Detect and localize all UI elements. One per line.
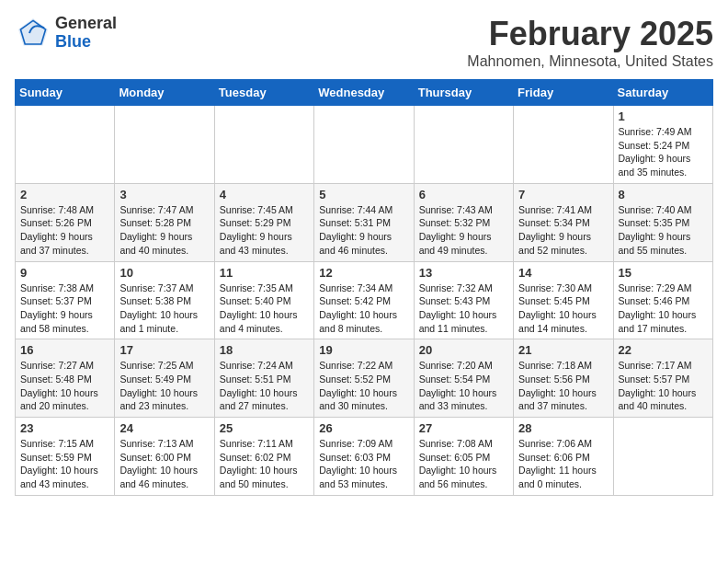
- calendar-cell-w5-d1: 23Sunrise: 7:15 AM Sunset: 5:59 PM Dayli…: [16, 418, 115, 496]
- calendar-cell-w2-d3: 4Sunrise: 7:45 AM Sunset: 5:29 PM Daylig…: [214, 183, 313, 261]
- day-info: Sunrise: 7:09 AM Sunset: 6:03 PM Dayligh…: [319, 437, 408, 491]
- calendar-cell-w5-d2: 24Sunrise: 7:13 AM Sunset: 6:00 PM Dayli…: [115, 418, 214, 496]
- day-number: 4: [220, 188, 309, 201]
- calendar-cell-w4-d4: 19Sunrise: 7:22 AM Sunset: 5:52 PM Dayli…: [314, 339, 414, 418]
- col-tuesday: Tuesday: [214, 80, 313, 106]
- calendar-cell-w2-d4: 5Sunrise: 7:44 AM Sunset: 5:31 PM Daylig…: [314, 183, 414, 261]
- month-title: February 2025: [467, 15, 713, 53]
- day-number: 6: [419, 188, 508, 201]
- day-number: 8: [619, 188, 708, 201]
- calendar-cell-w3-d7: 15Sunrise: 7:29 AM Sunset: 5:46 PM Dayli…: [613, 261, 712, 339]
- calendar-cell-w1-d6: [514, 106, 613, 184]
- day-number: 26: [319, 421, 408, 435]
- col-friday: Friday: [514, 80, 613, 106]
- calendar-cell-w1-d3: [214, 106, 313, 184]
- day-number: 12: [319, 266, 408, 280]
- day-number: 18: [220, 343, 309, 357]
- calendar-cell-w1-d1: [16, 106, 115, 184]
- page-header: General Blue February 2025 Mahnomen, Min…: [15, 15, 713, 70]
- day-info: Sunrise: 7:35 AM Sunset: 5:40 PM Dayligh…: [220, 282, 309, 336]
- logo: General Blue: [15, 15, 117, 52]
- calendar-cell-w5-d4: 26Sunrise: 7:09 AM Sunset: 6:03 PM Dayli…: [314, 418, 414, 496]
- day-number: 20: [419, 343, 508, 357]
- title-block: February 2025 Mahnomen, Minnesota, Unite…: [467, 15, 713, 70]
- day-number: 16: [20, 343, 109, 357]
- day-info: Sunrise: 7:47 AM Sunset: 5:28 PM Dayligh…: [119, 203, 209, 258]
- day-info: Sunrise: 7:45 AM Sunset: 5:29 PM Dayligh…: [220, 203, 309, 258]
- day-info: Sunrise: 7:43 AM Sunset: 5:32 PM Dayligh…: [419, 203, 508, 258]
- calendar-cell-w4-d7: 22Sunrise: 7:17 AM Sunset: 5:57 PM Dayli…: [613, 339, 712, 418]
- day-info: Sunrise: 7:20 AM Sunset: 5:54 PM Dayligh…: [419, 359, 508, 413]
- calendar-cell-w2-d5: 6Sunrise: 7:43 AM Sunset: 5:32 PM Daylig…: [414, 183, 513, 261]
- day-number: 22: [619, 343, 708, 357]
- calendar-week-3: 9Sunrise: 7:38 AM Sunset: 5:37 PM Daylig…: [16, 261, 713, 339]
- day-number: 25: [220, 421, 309, 435]
- calendar-cell-w1-d5: [414, 106, 513, 184]
- day-number: 11: [220, 266, 309, 280]
- calendar-cell-w4-d6: 21Sunrise: 7:18 AM Sunset: 5:56 PM Dayli…: [514, 339, 613, 418]
- day-info: Sunrise: 7:29 AM Sunset: 5:46 PM Dayligh…: [619, 282, 708, 336]
- day-number: 2: [20, 188, 109, 201]
- calendar-week-5: 23Sunrise: 7:15 AM Sunset: 5:59 PM Dayli…: [16, 418, 713, 496]
- day-number: 23: [20, 421, 109, 435]
- day-number: 27: [419, 421, 508, 435]
- day-number: 3: [119, 188, 209, 201]
- day-info: Sunrise: 7:22 AM Sunset: 5:52 PM Dayligh…: [319, 359, 408, 413]
- calendar-week-1: 1Sunrise: 7:49 AM Sunset: 5:24 PM Daylig…: [16, 106, 713, 184]
- logo-text: General Blue: [55, 15, 117, 52]
- day-number: 10: [119, 266, 209, 280]
- day-number: 19: [319, 343, 408, 357]
- day-number: 15: [619, 266, 708, 280]
- day-info: Sunrise: 7:38 AM Sunset: 5:37 PM Dayligh…: [20, 282, 109, 336]
- calendar-cell-w4-d5: 20Sunrise: 7:20 AM Sunset: 5:54 PM Dayli…: [414, 339, 513, 418]
- calendar-cell-w4-d2: 17Sunrise: 7:25 AM Sunset: 5:49 PM Dayli…: [115, 339, 214, 418]
- day-info: Sunrise: 7:27 AM Sunset: 5:48 PM Dayligh…: [20, 359, 109, 413]
- calendar-cell-w3-d5: 13Sunrise: 7:32 AM Sunset: 5:43 PM Dayli…: [414, 261, 513, 339]
- day-number: 5: [319, 188, 408, 201]
- day-info: Sunrise: 7:06 AM Sunset: 6:06 PM Dayligh…: [518, 437, 608, 491]
- day-info: Sunrise: 7:49 AM Sunset: 5:24 PM Dayligh…: [619, 125, 708, 179]
- logo-icon: [15, 15, 51, 52]
- calendar-cell-w1-d7: 1Sunrise: 7:49 AM Sunset: 5:24 PM Daylig…: [613, 106, 712, 184]
- day-info: Sunrise: 7:25 AM Sunset: 5:49 PM Dayligh…: [119, 359, 209, 413]
- day-info: Sunrise: 7:15 AM Sunset: 5:59 PM Dayligh…: [20, 437, 109, 491]
- calendar-cell-w1-d4: [314, 106, 414, 184]
- day-info: Sunrise: 7:40 AM Sunset: 5:35 PM Dayligh…: [619, 203, 708, 258]
- day-info: Sunrise: 7:37 AM Sunset: 5:38 PM Dayligh…: [119, 282, 209, 336]
- day-number: 1: [619, 109, 708, 123]
- calendar-week-2: 2Sunrise: 7:48 AM Sunset: 5:26 PM Daylig…: [16, 183, 713, 261]
- day-info: Sunrise: 7:30 AM Sunset: 5:45 PM Dayligh…: [518, 282, 608, 336]
- day-number: 9: [20, 266, 109, 280]
- day-info: Sunrise: 7:11 AM Sunset: 6:02 PM Dayligh…: [220, 437, 309, 491]
- calendar-cell-w3-d4: 12Sunrise: 7:34 AM Sunset: 5:42 PM Dayli…: [314, 261, 414, 339]
- logo-blue: Blue: [55, 33, 117, 52]
- day-info: Sunrise: 7:34 AM Sunset: 5:42 PM Dayligh…: [319, 282, 408, 336]
- svg-marker-0: [18, 18, 48, 46]
- logo-general: General: [55, 15, 117, 33]
- calendar-cell-w5-d6: 28Sunrise: 7:06 AM Sunset: 6:06 PM Dayli…: [514, 418, 613, 496]
- day-info: Sunrise: 7:18 AM Sunset: 5:56 PM Dayligh…: [518, 359, 608, 413]
- calendar-cell-w4-d1: 16Sunrise: 7:27 AM Sunset: 5:48 PM Dayli…: [16, 339, 115, 418]
- calendar-table: Sunday Monday Tuesday Wednesday Thursday…: [15, 79, 713, 496]
- day-info: Sunrise: 7:41 AM Sunset: 5:34 PM Dayligh…: [518, 203, 608, 258]
- day-info: Sunrise: 7:32 AM Sunset: 5:43 PM Dayligh…: [419, 282, 508, 336]
- col-sunday: Sunday: [16, 80, 115, 106]
- day-number: 7: [518, 188, 608, 201]
- calendar-week-4: 16Sunrise: 7:27 AM Sunset: 5:48 PM Dayli…: [16, 339, 713, 418]
- calendar-cell-w3-d3: 11Sunrise: 7:35 AM Sunset: 5:40 PM Dayli…: [214, 261, 313, 339]
- calendar-cell-w2-d6: 7Sunrise: 7:41 AM Sunset: 5:34 PM Daylig…: [514, 183, 613, 261]
- day-info: Sunrise: 7:48 AM Sunset: 5:26 PM Dayligh…: [20, 203, 109, 258]
- day-info: Sunrise: 7:13 AM Sunset: 6:00 PM Dayligh…: [119, 437, 209, 491]
- calendar-cell-w2-d1: 2Sunrise: 7:48 AM Sunset: 5:26 PM Daylig…: [16, 183, 115, 261]
- calendar-cell-w5-d7: [613, 418, 712, 496]
- day-info: Sunrise: 7:44 AM Sunset: 5:31 PM Dayligh…: [319, 203, 408, 258]
- day-number: 14: [518, 266, 608, 280]
- col-thursday: Thursday: [414, 80, 513, 106]
- day-number: 28: [518, 421, 608, 435]
- calendar-cell-w2-d2: 3Sunrise: 7:47 AM Sunset: 5:28 PM Daylig…: [115, 183, 214, 261]
- day-info: Sunrise: 7:17 AM Sunset: 5:57 PM Dayligh…: [619, 359, 708, 413]
- calendar-cell-w1-d2: [115, 106, 214, 184]
- calendar-cell-w2-d7: 8Sunrise: 7:40 AM Sunset: 5:35 PM Daylig…: [613, 183, 712, 261]
- day-number: 17: [119, 343, 209, 357]
- col-wednesday: Wednesday: [314, 80, 414, 106]
